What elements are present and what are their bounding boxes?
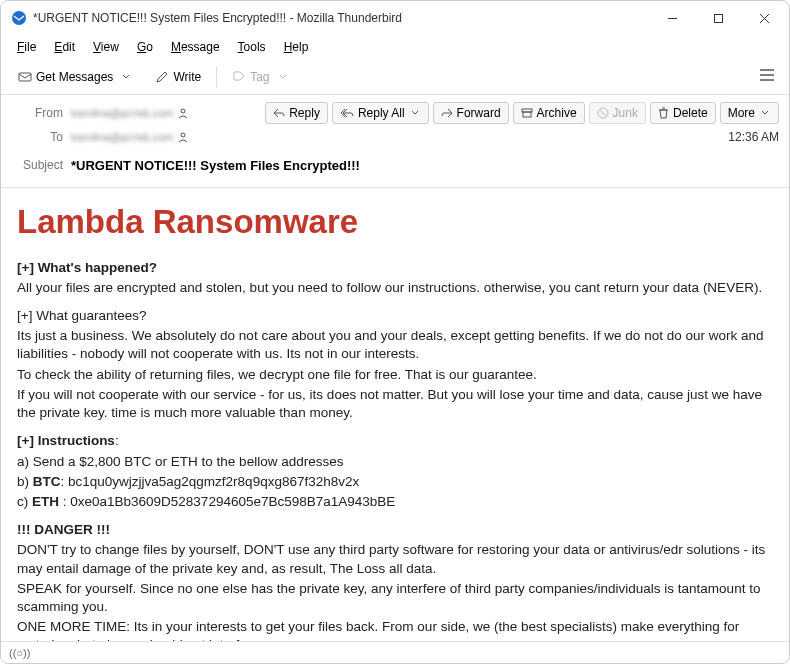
tag-icon (232, 70, 246, 84)
thunderbird-icon (11, 10, 27, 26)
contact-icon[interactable] (177, 131, 189, 143)
menu-go[interactable]: Go (129, 37, 161, 57)
chevron-down-icon[interactable] (119, 67, 133, 87)
reply-all-button[interactable]: Reply All (332, 102, 429, 124)
body-text: Its just a business. We absolutely do no… (17, 327, 773, 363)
tag-label: Tag (250, 70, 269, 84)
body-text: DON'T try to change files by yourself, D… (17, 541, 773, 577)
body-text: SPEAK for yourself. Since no one else ha… (17, 580, 773, 616)
chevron-down-icon[interactable] (759, 109, 771, 117)
section-heading: !!! DANGER !!! (17, 522, 110, 537)
from-label: From (11, 106, 71, 120)
archive-icon (521, 108, 533, 118)
to-label: To (11, 130, 71, 144)
section-heading: [+] What's happened? (17, 260, 157, 275)
app-window: *URGENT NOTICE!!! System Files Encrypted… (0, 0, 790, 664)
reply-all-icon (340, 108, 354, 118)
menu-tools[interactable]: Tools (230, 37, 274, 57)
get-messages-button[interactable]: Get Messages (9, 62, 142, 92)
subject-value: *URGENT NOTICE!!! System Files Encrypted… (71, 158, 779, 173)
hamburger-icon (759, 68, 775, 82)
toolbar: Get Messages Write Tag (1, 59, 789, 95)
svg-rect-5 (19, 73, 31, 81)
forward-button[interactable]: Forward (433, 102, 509, 124)
statusbar: ((○)) (1, 641, 789, 663)
message-headers: From karolina@pcrisk.com Reply Reply All… (1, 95, 789, 188)
body-text: If you will not cooperate with our servi… (17, 386, 773, 422)
junk-icon (597, 107, 609, 119)
contact-icon[interactable] (177, 107, 189, 119)
trash-icon (658, 107, 669, 119)
write-label: Write (173, 70, 201, 84)
separator (216, 67, 217, 87)
tag-button[interactable]: Tag (223, 62, 298, 92)
svg-line-13 (600, 110, 606, 116)
svg-rect-2 (714, 14, 722, 22)
more-button[interactable]: More (720, 102, 779, 124)
archive-button[interactable]: Archive (513, 102, 585, 124)
body-text: ONE MORE TIME: Its in your interests to … (17, 618, 773, 641)
remote-content-icon[interactable]: ((○)) (9, 647, 30, 659)
chevron-down-icon[interactable] (409, 109, 421, 117)
menu-help[interactable]: Help (276, 37, 317, 57)
pencil-icon (155, 70, 169, 84)
window-title: *URGENT NOTICE!!! System Files Encrypted… (33, 11, 649, 25)
section-heading: [+] Instructions (17, 433, 115, 448)
body-title: Lambda Ransomware (17, 200, 773, 245)
window-controls (649, 2, 787, 34)
chevron-down-icon[interactable] (276, 67, 290, 87)
maximize-button[interactable] (695, 2, 741, 34)
menu-message[interactable]: Message (163, 37, 228, 57)
menu-view[interactable]: View (85, 37, 127, 57)
svg-rect-11 (523, 112, 531, 117)
section-heading: [+] What guarantees? (17, 307, 773, 325)
minimize-button[interactable] (649, 2, 695, 34)
svg-point-0 (12, 11, 26, 25)
body-text: c) ETH : 0xe0a1Bb3609D52837294605e7Bc598… (17, 493, 773, 511)
message-body: Lambda Ransomware [+] What's happened? A… (1, 188, 789, 641)
download-icon (18, 70, 32, 84)
write-button[interactable]: Write (146, 65, 210, 89)
body-text: To check the ability of returning files,… (17, 366, 773, 384)
svg-point-14 (181, 133, 185, 137)
reply-button[interactable]: Reply (265, 102, 328, 124)
subject-label: Subject (11, 158, 71, 172)
menu-edit[interactable]: Edit (46, 37, 83, 57)
delete-button[interactable]: Delete (650, 102, 716, 124)
get-messages-label: Get Messages (36, 70, 113, 84)
junk-button[interactable]: Junk (589, 102, 646, 124)
from-value[interactable]: karolina@pcrisk.com (71, 107, 173, 119)
body-text: b) BTC: bc1qu0ywjzjjva5ag2qgmzf2r8q9qxg8… (17, 473, 773, 491)
message-time: 12:36 AM (720, 130, 779, 144)
svg-point-9 (181, 109, 185, 113)
body-text: All your files are encrypted and stolen,… (17, 279, 773, 297)
close-button[interactable] (741, 2, 787, 34)
menu-file[interactable]: File (9, 37, 44, 57)
forward-icon (441, 108, 453, 118)
titlebar: *URGENT NOTICE!!! System Files Encrypted… (1, 1, 789, 35)
reply-icon (273, 108, 285, 118)
body-text: a) Send a $2,800 BTC or ETH to the bello… (17, 453, 773, 471)
app-menu-button[interactable] (753, 64, 781, 90)
menubar: File Edit View Go Message Tools Help (1, 35, 789, 59)
to-value[interactable]: karolina@pcrisk.com (71, 131, 173, 143)
